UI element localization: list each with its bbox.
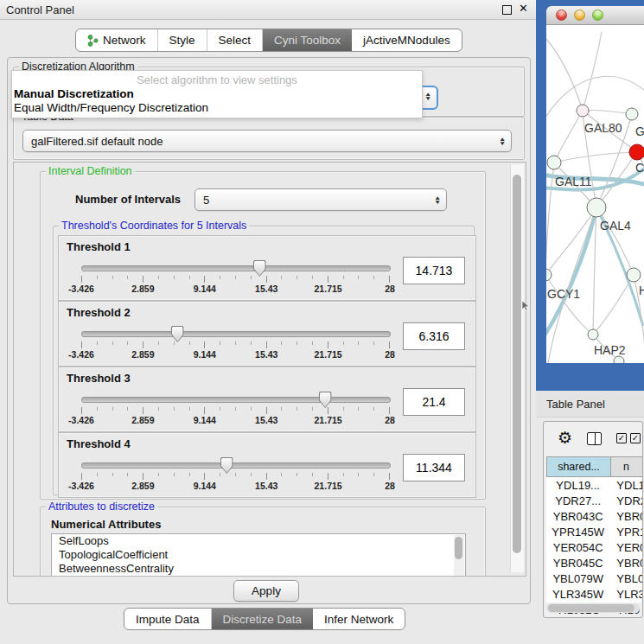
close-icon[interactable]: ✕ bbox=[519, 2, 528, 15]
slider-thumb[interactable] bbox=[220, 457, 233, 474]
slider-thumb[interactable] bbox=[253, 260, 266, 277]
slider-track[interactable] bbox=[81, 462, 391, 469]
threshold-value-field[interactable]: 14.713 bbox=[403, 257, 465, 284]
network-node[interactable] bbox=[577, 105, 589, 117]
network-node[interactable] bbox=[627, 268, 641, 282]
table-cell[interactable]: YBL0 bbox=[609, 572, 643, 585]
menu-item-manual-discretization[interactable]: Manual Discretization bbox=[14, 87, 134, 100]
network-node[interactable] bbox=[587, 198, 606, 217]
list-item[interactable]: BetweennessCentrality bbox=[52, 562, 465, 576]
table-cell[interactable]: YDL19... bbox=[546, 479, 609, 492]
tick-label: 9.144 bbox=[194, 349, 216, 360]
tab-impute-data[interactable]: Impute Data bbox=[124, 609, 212, 629]
table-cell[interactable]: YBR045C bbox=[546, 557, 609, 570]
slider-thumb[interactable] bbox=[319, 392, 332, 408]
tab-label: Network bbox=[103, 34, 146, 47]
network-edge[interactable] bbox=[546, 35, 583, 111]
network-node[interactable] bbox=[614, 356, 624, 363]
threshold-slider[interactable]: -3.4262.8599.14415.4321.71528 bbox=[76, 388, 394, 428]
network-edge[interactable] bbox=[554, 152, 637, 163]
table-cell[interactable]: YBR0 bbox=[609, 510, 643, 523]
minimize-traffic-light[interactable] bbox=[574, 10, 585, 21]
table-row[interactable]: YLR345WYLR3 bbox=[546, 586, 643, 602]
tab-cyni-toolbox[interactable]: Cyni Toolbox bbox=[263, 29, 352, 51]
gear-icon[interactable]: ⚙ bbox=[558, 427, 572, 450]
table-cell[interactable]: YBR0 bbox=[609, 557, 643, 570]
table-cell[interactable]: YPR145W bbox=[546, 526, 609, 539]
table-row[interactable]: YDR27...YDR2 bbox=[546, 493, 643, 508]
list-scrollbar[interactable] bbox=[454, 535, 464, 577]
network-node[interactable] bbox=[588, 329, 598, 340]
tick-label: 15.43 bbox=[255, 349, 277, 360]
table-cell[interactable]: YDR2 bbox=[609, 494, 643, 507]
column-split-icon[interactable] bbox=[587, 432, 602, 445]
table-panel-title: Table Panel bbox=[536, 398, 605, 411]
tab-style[interactable]: Style bbox=[158, 29, 207, 51]
tick-label: 2.859 bbox=[131, 284, 154, 294]
table-cell[interactable]: YDR27... bbox=[546, 494, 609, 507]
tick-label: 2.859 bbox=[131, 349, 154, 360]
tick-label: 21.715 bbox=[315, 415, 342, 425]
list-item[interactable]: TopologicalCoefficient bbox=[52, 548, 465, 562]
network-canvas[interactable]: GAL80GACGAL11GAL4GCY1HHAP2 bbox=[546, 25, 644, 363]
slider-track[interactable] bbox=[81, 265, 391, 271]
tab-select[interactable]: Select bbox=[207, 29, 264, 51]
threshold-value-field[interactable]: 11.344 bbox=[403, 454, 465, 481]
network-node[interactable] bbox=[547, 156, 561, 169]
column-header-shared[interactable]: shared... bbox=[546, 456, 611, 477]
checkbox-icon[interactable]: ✓ bbox=[616, 433, 627, 443]
tab-jactivemnodules[interactable]: jActiveMNodules bbox=[352, 29, 462, 51]
threshold-slider[interactable]: -3.4262.8599.14415.4321.71528 bbox=[76, 454, 394, 494]
scrollbar-thumb[interactable] bbox=[548, 604, 634, 612]
tab-discretize-data[interactable]: Discretize Data bbox=[212, 609, 314, 629]
threshold-slider[interactable]: -3.4262.8599.14415.4321.71528 bbox=[76, 257, 394, 296]
tab-label: Select bbox=[219, 34, 252, 47]
network-edge[interactable] bbox=[593, 275, 634, 335]
network-edge[interactable] bbox=[583, 110, 632, 114]
table-cell[interactable]: YLR345W bbox=[546, 588, 609, 601]
table-cell[interactable]: YLR3 bbox=[609, 588, 643, 601]
slider-track[interactable] bbox=[81, 331, 391, 337]
table-cell[interactable]: YBR043C bbox=[546, 510, 609, 523]
number-of-intervals-select[interactable]: 5 ▲▼ bbox=[194, 188, 447, 211]
slider-track[interactable] bbox=[81, 397, 391, 403]
apply-button[interactable]: Apply bbox=[233, 580, 299, 602]
list-item[interactable]: SelfLoops bbox=[52, 534, 465, 548]
float-window-icon[interactable] bbox=[502, 5, 512, 15]
horizontal-scrollbar[interactable] bbox=[546, 603, 640, 613]
numerical-attributes-list[interactable]: SelfLoopsTopologicalCoefficientBetweenne… bbox=[51, 533, 466, 577]
close-traffic-light[interactable] bbox=[556, 10, 567, 21]
tick-label: 2.859 bbox=[131, 415, 154, 425]
table-row[interactable]: YBR043CYBR0 bbox=[546, 508, 643, 524]
network-node[interactable] bbox=[546, 269, 552, 281]
table-data-select[interactable]: galFiltered.sif default node ▲▼ bbox=[22, 130, 512, 152]
network-node[interactable] bbox=[626, 108, 638, 120]
scrollbar-thumb[interactable] bbox=[513, 175, 521, 553]
table-cell[interactable]: YPR1 bbox=[609, 526, 643, 539]
network-edge[interactable] bbox=[583, 32, 602, 111]
tab-infer-network[interactable]: Infer Network bbox=[313, 609, 405, 629]
table-cell[interactable]: YER054C bbox=[546, 541, 609, 554]
column-header-name[interactable]: n bbox=[611, 456, 643, 477]
network-icon bbox=[87, 35, 99, 47]
table-cell[interactable]: YBL079W bbox=[546, 572, 609, 585]
threshold-value-field[interactable]: 21.4 bbox=[403, 388, 465, 416]
network-edge[interactable] bbox=[554, 111, 583, 163]
vertical-scrollbar[interactable] bbox=[510, 164, 524, 572]
table-row[interactable]: YDL19...YDL1 bbox=[546, 477, 643, 493]
network-edge[interactable] bbox=[546, 163, 554, 275]
table-cell[interactable]: YER0 bbox=[609, 541, 643, 554]
zoom-traffic-light[interactable] bbox=[592, 10, 603, 21]
table-cell[interactable]: YDL1 bbox=[609, 479, 643, 492]
checkbox-icon[interactable]: ✓ bbox=[630, 433, 641, 443]
menu-item-equal-width-frequency[interactable]: Equal Width/Frequency Discretization bbox=[14, 101, 208, 114]
table-row[interactable]: YER054CYER0 bbox=[546, 539, 643, 555]
tab-network[interactable]: Network bbox=[76, 29, 158, 51]
table-row[interactable]: YPR145WYPR1 bbox=[546, 524, 643, 539]
table-row[interactable]: YBR045CYBR0 bbox=[546, 555, 643, 571]
slider-thumb[interactable] bbox=[171, 326, 184, 342]
table-row[interactable]: YBL079WYBL0 bbox=[546, 571, 643, 586]
threshold-value-field[interactable]: 6.316 bbox=[403, 322, 465, 350]
network-node[interactable] bbox=[629, 144, 644, 160]
threshold-slider[interactable]: -3.4262.8599.14415.4321.71528 bbox=[76, 322, 394, 362]
